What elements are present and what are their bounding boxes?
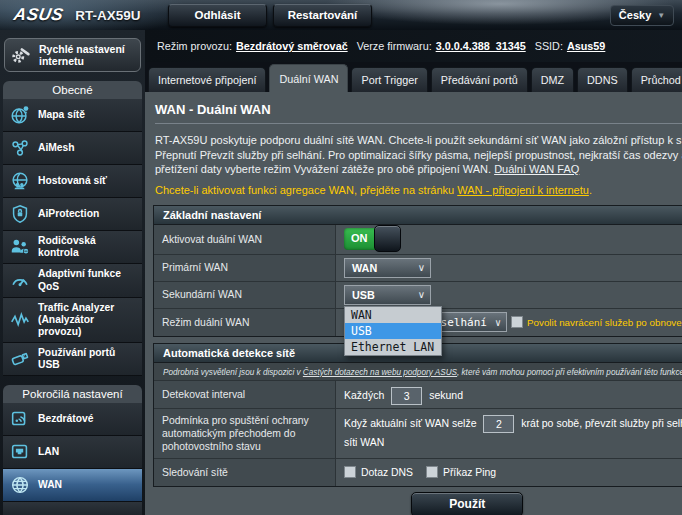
- sidebar-item-guest-network[interactable]: Hostovaná síť: [3, 165, 142, 198]
- language-label: Česky: [619, 9, 651, 21]
- main-column: Režim provozu: Bezdrátový směrovač Verze…: [145, 30, 682, 515]
- dropdown-option-ethernet-lan[interactable]: Ethernet LAN: [345, 339, 441, 355]
- hint-prefix: Chcete-li aktivovat funkci agregace WAN,…: [155, 184, 457, 196]
- sidebar-item-parental-controls[interactable]: Rodičovská kontrola: [3, 231, 142, 264]
- ping-checkbox[interactable]: [426, 466, 438, 478]
- operation-mode-label: Režim provozu:: [157, 40, 232, 52]
- ssid-link[interactable]: Asus59: [567, 40, 605, 52]
- table-row: Detekovat interval Každých sekund: [154, 381, 682, 409]
- secondary-wan-dropdown-list: WAN USB Ethernet LAN: [344, 306, 442, 356]
- dual-wan-faq-link[interactable]: Duální WAN FAQ: [494, 163, 579, 175]
- sidebar-item-wireless[interactable]: Bezdrátové: [3, 403, 142, 436]
- quick-setup-label: Rychlé nastavení internetu: [39, 43, 135, 67]
- dual-wan-mode-label: Režim duální WAN: [154, 309, 336, 336]
- sidebar-item-network-map[interactable]: Mapa sítě: [3, 99, 142, 132]
- sidebar-item-label: Používání portů USB: [38, 347, 139, 371]
- sidebar-item-aiprotection[interactable]: AiProtection: [3, 198, 142, 231]
- brand: ASUS RT-AX59U: [0, 5, 160, 25]
- reboot-button[interactable]: Restartování: [273, 4, 372, 27]
- tab-dmz[interactable]: DMZ: [531, 67, 574, 92]
- infobar: Režim provozu: Bezdrátový směrovač Verze…: [145, 30, 682, 62]
- table-row: Aktivovat duální WAN ON: [154, 225, 682, 255]
- network-detection-table: Automatická detekce sítě Podrobná vysvět…: [153, 343, 682, 487]
- primary-wan-label: Primární WAN: [154, 255, 336, 281]
- failover-prefix: Když aktuální síť WAN selže: [344, 417, 477, 429]
- firmware-version-link[interactable]: 3.0.0.4.388_31345: [436, 40, 526, 52]
- basic-settings-table: Základní nastavení Aktivovat duální WAN …: [153, 205, 682, 337]
- chevron-down-icon: ∨: [418, 262, 425, 273]
- chevron-down-icon: ▼: [657, 11, 665, 20]
- sidebar-section-advanced: Pokročilá nastavení: [3, 385, 142, 403]
- table-row: Primární WAN WAN ∨: [154, 255, 682, 282]
- tab-port-trigger[interactable]: Port Trigger: [351, 67, 427, 92]
- basic-settings-header: Základní nastavení: [154, 206, 682, 225]
- dual-wan-toggle[interactable]: ON: [344, 228, 398, 250]
- wan-aggregation-hint: Chcete-li aktivovat funkci agregace WAN,…: [155, 184, 682, 196]
- interval-input[interactable]: [391, 387, 422, 405]
- language-selector[interactable]: Česky ▼: [610, 5, 674, 26]
- gear-wrench-icon: [10, 44, 32, 66]
- sidebar-item-partial[interactable]: [3, 502, 142, 515]
- table-row: Sekundární WAN USB ∨ WAN USB Et: [154, 282, 682, 309]
- failback-label: Povolit navrácení služeb po obnovení: [527, 317, 682, 328]
- chevron-down-icon: ∨: [418, 289, 425, 300]
- wan-internet-connection-link[interactable]: WAN - připojení k internetu: [457, 184, 589, 196]
- lan-port-icon: [9, 441, 31, 463]
- secondary-wan-select[interactable]: USB ∨: [344, 285, 431, 305]
- logout-button[interactable]: Odhlásit: [168, 4, 267, 27]
- sidebar-item-aimesh[interactable]: AiMesh: [3, 132, 142, 165]
- apply-row: Použít: [153, 492, 682, 515]
- parental-controls-icon: [9, 236, 31, 258]
- chevron-down-icon: ∨: [495, 317, 501, 328]
- dropdown-option-usb[interactable]: USB: [345, 323, 441, 339]
- ping-label: Příkaz Ping: [443, 467, 496, 478]
- router-model: RT-AX59U: [75, 8, 140, 23]
- quick-internet-setup-button[interactable]: Rychlé nastavení internetu: [4, 38, 141, 72]
- table-row: Podmínka pro spuštění ochrany automatick…: [154, 409, 682, 459]
- interval-prefix: Každých: [344, 389, 384, 401]
- tab-dual-wan[interactable]: Duální WAN: [269, 64, 348, 92]
- firmware-label: Verze firmwaru:: [357, 40, 432, 52]
- router-admin-screen: ASUS RT-AX59U Odhlásit Restartování Česk…: [0, 0, 682, 515]
- primary-wan-select[interactable]: WAN ∨: [344, 258, 431, 278]
- guest-network-icon: [9, 170, 31, 192]
- tabbar: Internetové připojení Duální WAN Port Tr…: [145, 62, 682, 92]
- tab-nat-passthrough[interactable]: Průchod NAT: [631, 67, 682, 92]
- sidebar-item-label: AiMesh: [38, 142, 75, 154]
- operation-mode-link[interactable]: Bezdrátový směrovač: [236, 40, 348, 52]
- sidebar-item-qos[interactable]: Adaptivní funkce QoS: [3, 264, 142, 297]
- sidebar-item-lan[interactable]: LAN: [3, 436, 142, 469]
- qos-gauge-icon: [9, 270, 31, 292]
- sidebar-item-label: Adaptivní funkce QoS: [38, 268, 139, 292]
- sidebar-item-label: Hostovaná síť: [38, 175, 107, 187]
- failover-count-input[interactable]: [483, 415, 514, 433]
- network-map-icon: [9, 104, 31, 126]
- wireless-icon: [9, 408, 31, 430]
- network-monitoring-label: Sledování sítě: [154, 459, 336, 486]
- dropdown-option-wan[interactable]: WAN: [345, 307, 441, 323]
- content-panel: WAN - Duální WAN RT-AX59U poskytuje podp…: [145, 92, 682, 515]
- sidebar-item-label: Mapa sítě: [38, 109, 85, 121]
- wan-globe-icon: [9, 474, 31, 496]
- failback-checkbox[interactable]: [511, 316, 523, 328]
- tab-port-forwarding[interactable]: Předávání portů: [431, 67, 528, 92]
- topbar: ASUS RT-AX59U Odhlásit Restartování Česk…: [0, 0, 682, 30]
- failover-condition-label: Podmínka pro spuštění ochrany automatick…: [154, 409, 336, 458]
- body-row: Rychlé nastavení internetu Obecné Mapa s…: [0, 30, 682, 515]
- asus-support-faq-link[interactable]: Častých dotazech na webu podpory ASUS: [303, 366, 457, 377]
- note-prefix: Podrobná vysvětlení jsou k dispozici v: [163, 366, 303, 377]
- sidebar-item-label: AiProtection: [38, 208, 99, 220]
- tab-ddns[interactable]: DDNS: [577, 67, 628, 92]
- sidebar-item-wan[interactable]: WAN: [3, 469, 142, 502]
- sidebar-item-traffic-analyzer[interactable]: Traffic Analyzer (Analyzátor provozu): [3, 298, 142, 343]
- hint-suffix: .: [589, 184, 592, 196]
- primary-wan-value: WAN: [352, 262, 377, 274]
- dns-query-checkbox[interactable]: [344, 466, 356, 478]
- sidebar-item-usb-application[interactable]: Používání portů USB: [3, 343, 142, 376]
- apply-button[interactable]: Použít: [411, 492, 523, 515]
- secondary-wan-label: Sekundární WAN: [154, 282, 336, 308]
- sidebar-item-label: Bezdrátové: [38, 413, 94, 425]
- tab-internet-connection[interactable]: Internetové připojení: [148, 67, 266, 92]
- detect-interval-label: Detekovat interval: [154, 381, 336, 408]
- toggle-knob[interactable]: [374, 225, 401, 252]
